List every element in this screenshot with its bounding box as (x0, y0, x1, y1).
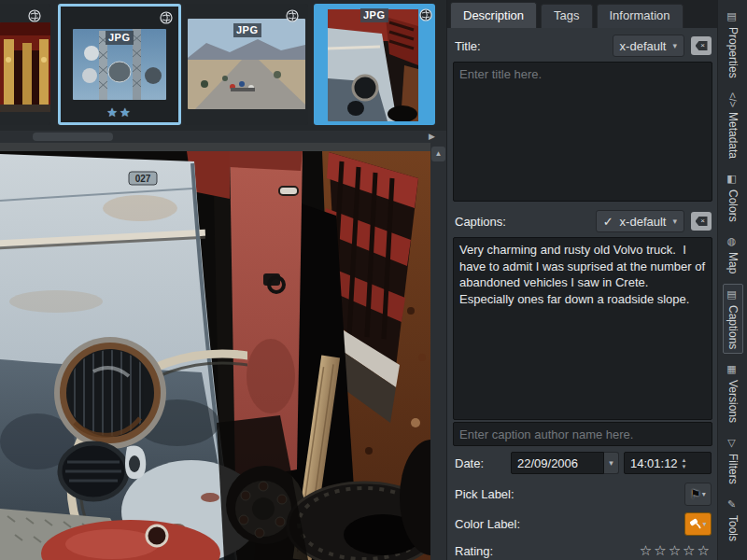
date-label: Date: (455, 456, 511, 470)
thumbnail-radio-towers[interactable]: JPG ★★ (58, 4, 181, 125)
hood-badge-text: 027 (135, 174, 151, 184)
preview-scrollbar[interactable]: ▲ (430, 143, 446, 560)
tools-pencil-icon: ✎ (726, 498, 739, 511)
caption-author-input[interactable] (453, 422, 712, 446)
digikam-window: JPG ★★ (0, 0, 747, 560)
captions-clear-button[interactable]: × (691, 212, 712, 231)
pick-label-button[interactable]: ⚑ ▾ (684, 483, 712, 506)
sidebar-item-label: Colors (726, 189, 740, 222)
caption-tabs: Description Tags Information (447, 0, 717, 28)
metadata-icon: </> (727, 92, 739, 107)
scroll-up-icon[interactable]: ▲ (431, 147, 445, 161)
geolocation-icon (419, 8, 432, 21)
thumbnail-cyclists[interactable]: JPG (185, 4, 308, 125)
chevron-down-icon: ▾ (672, 217, 677, 226)
rating-label: Rating: (455, 544, 640, 558)
tab-description[interactable]: Description (450, 2, 537, 28)
pick-label-label: Pick Label: (455, 487, 684, 501)
caption-text-input[interactable]: Very charming and rusty old Volvo truck.… (453, 237, 712, 420)
rating-stars[interactable]: ☆☆☆☆☆ (640, 542, 712, 559)
spin-up-icon[interactable]: ▲ (682, 457, 687, 463)
versions-icon: ▦ (726, 363, 739, 375)
properties-icon: ▤ (726, 10, 739, 22)
title-input[interactable] (453, 62, 712, 202)
thumbnail-rusty-truck[interactable]: JPG (314, 4, 435, 125)
geolocation-icon (286, 9, 299, 22)
format-badge: JPG (106, 31, 134, 45)
format-badge: JPG (233, 23, 261, 37)
sidebar-item-label: Map (726, 252, 740, 273)
backspace-icon: × (696, 41, 708, 50)
geolocation-icon (160, 11, 173, 24)
sidebar-item-versions[interactable]: ▦ Versions (723, 358, 743, 427)
title-language-value: x-default (620, 39, 667, 53)
thumbnail-strip: JPG ★★ (0, 0, 446, 131)
color-label-button[interactable]: ▾ (684, 512, 712, 536)
thumbnail-temple[interactable] (0, 4, 50, 125)
title-clear-button[interactable]: × (691, 36, 712, 55)
date-dropdown-button[interactable]: ▾ (604, 452, 619, 474)
sidebar-item-label: Properties (726, 27, 740, 78)
captions-language-value: x-default (620, 215, 667, 229)
sidebar-item-label: Metadata (726, 112, 740, 159)
date-value: 22/09/2006 (517, 456, 578, 470)
thumbnail-scrollbar[interactable]: ▶ (0, 131, 446, 143)
captions-language-select[interactable]: ✓ x-default ▾ (596, 210, 684, 232)
sidebar-item-properties[interactable]: ▤ Properties (723, 6, 743, 83)
time-value: 14:01:12 (630, 456, 678, 470)
sidebar-item-label: Filters (726, 454, 740, 484)
map-globe-icon: ◍ (726, 235, 739, 247)
sidebar-item-tools[interactable]: ✎ Tools (723, 494, 743, 546)
thumbnail-image (328, 9, 418, 121)
time-spinner[interactable]: ▲ ▼ (682, 457, 687, 469)
title-language-select[interactable]: x-default ▾ (613, 35, 684, 57)
date-field[interactable]: 22/09/2006 (511, 452, 604, 474)
sidebar-item-captions[interactable]: ▤ Captions (723, 284, 743, 354)
spin-down-icon[interactable]: ▼ (682, 464, 687, 469)
sidebar-item-label: Tools (726, 515, 740, 541)
color-label-label: Color Label: (455, 517, 684, 531)
captions-label: Captions: (455, 215, 596, 229)
time-field[interactable]: 14:01:12 ▲ ▼ (624, 452, 712, 474)
scroll-right-icon[interactable]: ▶ (429, 131, 435, 143)
chevron-down-icon: ▾ (672, 41, 677, 50)
colors-icon: ◧ (726, 173, 739, 185)
sidebar-item-colors[interactable]: ◧ Colors (723, 168, 743, 227)
sidebar-item-metadata[interactable]: </> Metadata (723, 88, 743, 163)
thumbnail-image (0, 22, 50, 112)
chevron-down-icon: ▾ (702, 520, 706, 528)
sidebar-item-filters[interactable]: ▽ Filters (723, 432, 743, 489)
check-icon: ✓ (603, 215, 613, 229)
format-badge: JPG (360, 8, 388, 22)
right-sidebar: ▤ Properties </> Metadata ◧ Colors ◍ Map… (717, 0, 747, 560)
captions-side-panel: Description Tags Information Title: x-de… (446, 0, 717, 560)
chevron-down-icon: ▾ (609, 458, 613, 468)
scrollbar-thumb[interactable] (33, 133, 113, 141)
photo-preview[interactable]: 027 (0, 143, 430, 560)
chevron-down-icon: ▾ (702, 490, 706, 498)
backspace-icon: × (696, 217, 708, 226)
tab-tags[interactable]: Tags (541, 4, 592, 28)
captions-icon: ▤ (726, 288, 739, 301)
paint-roller-icon (689, 517, 701, 532)
title-label: Title: (455, 39, 613, 53)
flag-icon: ⚑ (690, 487, 701, 501)
sidebar-item-label: Versions (726, 380, 740, 423)
geolocation-icon (28, 9, 41, 22)
filters-funnel-icon: ▽ (726, 437, 739, 449)
sidebar-item-map[interactable]: ◍ Map (723, 231, 743, 278)
tab-information[interactable]: Information (597, 4, 684, 28)
sidebar-item-label: Captions (726, 305, 740, 349)
thumbnail-rating-stars: ★★ (61, 105, 178, 119)
